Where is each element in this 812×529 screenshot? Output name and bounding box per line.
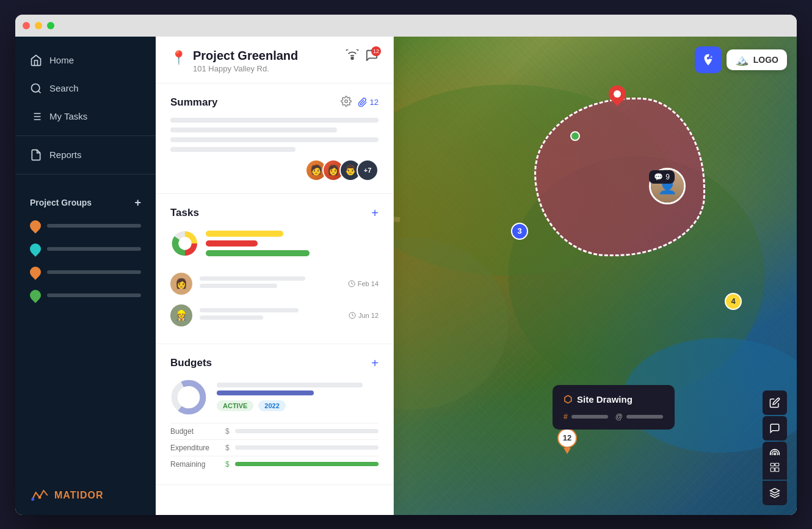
task-item-1[interactable]: 👩 Feb 14 <box>170 268 379 300</box>
project-group-item-3[interactable] <box>15 261 156 284</box>
budget-donut-chart <box>170 379 207 416</box>
map-thumbnail-button[interactable] <box>763 455 787 480</box>
map-user-avatar[interactable]: 👤 💬 9 <box>649 168 675 184</box>
project-name: Project Greenland <box>193 49 298 63</box>
badge-4-icon: 4 <box>725 293 742 310</box>
panel-project-info: 📍 Project Greenland 101 Happy Valley Rd. <box>170 49 298 73</box>
sidebar-item-home[interactable]: Home <box>15 46 156 74</box>
add-budget-button[interactable]: + <box>371 356 379 370</box>
project-group-item-2[interactable] <box>15 237 156 261</box>
messages-button[interactable]: 12 <box>365 49 379 64</box>
site-drawing-title: ⬡ Site Drawing <box>564 394 664 405</box>
green-pin-dot <box>570 131 580 141</box>
sidebar-logo: MATIDOR <box>15 476 156 515</box>
sidebar-item-tasks[interactable]: My Tasks <box>15 103 156 131</box>
budget-label-2: Expenditure <box>170 444 225 452</box>
budget-label-3: Remaining <box>170 460 225 469</box>
wifi-button[interactable] <box>346 49 359 63</box>
map-badge-4[interactable]: 4 <box>725 293 742 310</box>
edit-tool-button[interactable] <box>763 390 787 415</box>
summary-actions: 12 <box>341 96 379 109</box>
sidebar: Home Search <box>15 37 156 515</box>
add-project-group-button[interactable]: + <box>134 196 141 209</box>
svg-point-8 <box>38 495 42 498</box>
logo-icon: 🏔️ <box>735 53 749 67</box>
task-bar-1a <box>200 276 305 281</box>
svg-text:+: + <box>710 54 712 59</box>
badge-12-icon: 12 <box>557 428 577 448</box>
task-avatar-2: 👷 <box>170 304 192 326</box>
svg-point-35 <box>181 389 197 405</box>
summary-text-3 <box>170 137 379 142</box>
map-pin-red[interactable] <box>609 85 626 103</box>
hash-icon: # <box>564 412 568 421</box>
sidebar-item-search[interactable]: Search <box>15 74 156 103</box>
project-group-bar-4 <box>47 293 141 297</box>
svg-rect-22 <box>770 463 774 466</box>
year-badge: 2022 <box>258 400 285 411</box>
nav-divider-2 <box>15 174 156 175</box>
red-pin-icon <box>605 82 629 106</box>
tasks-pie-chart <box>170 229 200 258</box>
map-top-right-buttons: + 🏔️ LOGO <box>695 46 787 73</box>
budget-row-2: Expenditure $ <box>170 439 379 456</box>
tasks-icon <box>30 110 42 123</box>
nav-divider <box>15 135 156 136</box>
budget-progress-bars: ACTIVE 2022 <box>217 383 379 411</box>
task-bar-2a <box>200 308 299 312</box>
pin-orange2-icon <box>27 264 43 279</box>
budget-value-bar-1 <box>235 429 379 433</box>
settings-button[interactable] <box>341 96 352 109</box>
sd-item-2: @ <box>615 412 663 421</box>
task-date-1: Feb 14 <box>348 280 379 287</box>
project-group-item-1[interactable] <box>15 214 156 237</box>
sidebar-item-reports[interactable]: Reports <box>15 141 156 169</box>
home-icon <box>30 54 42 67</box>
site-drawing-icon: ⬡ <box>564 394 572 405</box>
project-groups-header: Project Groups + <box>15 189 156 214</box>
sd-bar-2 <box>626 415 663 419</box>
budget-row-1: Budget $ <box>170 423 379 439</box>
project-group-item-4[interactable] <box>15 284 156 307</box>
add-task-button[interactable]: + <box>371 206 379 220</box>
task-info-2 <box>200 308 341 323</box>
reports-icon <box>30 149 42 161</box>
svg-rect-23 <box>775 463 779 466</box>
budget-symbol-2: $ <box>225 444 235 452</box>
pin-green-icon <box>27 287 43 303</box>
active-badge: ACTIVE <box>217 400 253 411</box>
browser-titlebar <box>15 15 797 37</box>
layers-button[interactable] <box>763 481 787 505</box>
budget-bar-1 <box>217 383 363 387</box>
site-drawing-label: Site Drawing <box>577 394 633 405</box>
sidebar-item-search-label: Search <box>49 83 79 93</box>
close-dot[interactable] <box>23 22 30 29</box>
comment-tool-button[interactable] <box>763 416 787 441</box>
add-location-button[interactable]: + <box>695 46 722 73</box>
company-logo-badge: 🏔️ LOGO <box>727 49 787 70</box>
svg-point-28 <box>344 99 347 103</box>
site-drawing-popup[interactable]: ⬡ Site Drawing # @ <box>553 385 675 430</box>
expand-dot[interactable] <box>47 22 54 29</box>
logo-badge-text: LOGO <box>753 55 778 65</box>
sidebar-item-reports-label: Reports <box>49 149 82 160</box>
svg-point-0 <box>32 84 40 92</box>
map-badge-3[interactable]: 3 <box>511 223 528 240</box>
avatar-chat-badge: 💬 9 <box>649 170 675 184</box>
progress-bar-red <box>206 240 258 247</box>
map-badge-12[interactable]: 12 <box>557 428 577 454</box>
map-bottom-toolbar <box>763 455 787 505</box>
map-pin-green-small[interactable] <box>570 131 580 141</box>
minimize-dot[interactable] <box>35 22 42 29</box>
map-area: 3 4 12 👤 💬 9 <box>156 37 797 515</box>
side-panel: 📍 Project Greenland 101 Happy Valley Rd. <box>156 37 394 515</box>
logo-text: MATIDOR <box>54 490 103 501</box>
attachments-badge[interactable]: 12 <box>358 98 379 107</box>
progress-bar-yellow <box>206 231 283 237</box>
pin-inner <box>614 90 621 98</box>
notification-badge: 12 <box>371 46 381 56</box>
tasks-title: Tasks <box>170 207 199 219</box>
task-item-2[interactable]: 👷 Jun 12 <box>170 300 379 331</box>
summary-text-4 <box>170 147 295 152</box>
svg-rect-25 <box>775 467 779 471</box>
